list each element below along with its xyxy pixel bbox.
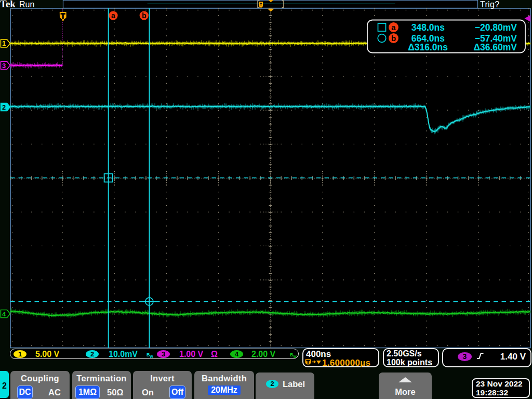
svg-text:Δ36.60mV: Δ36.60mV [473,42,517,52]
svg-text:1: 1 [2,39,6,47]
svg-text:3: 3 [2,62,6,70]
svg-text:Δ316.0ns: Δ316.0ns [408,42,448,52]
svg-text:a: a [111,11,115,20]
svg-text:a: a [391,23,396,32]
svg-text:b: b [142,11,147,20]
svg-text:−20.80mV: −20.80mV [475,22,517,33]
svg-text:2: 2 [2,103,6,111]
svg-text:b: b [391,34,396,43]
svg-text:348.0ns: 348.0ns [411,22,445,33]
svg-text:4: 4 [2,310,6,318]
